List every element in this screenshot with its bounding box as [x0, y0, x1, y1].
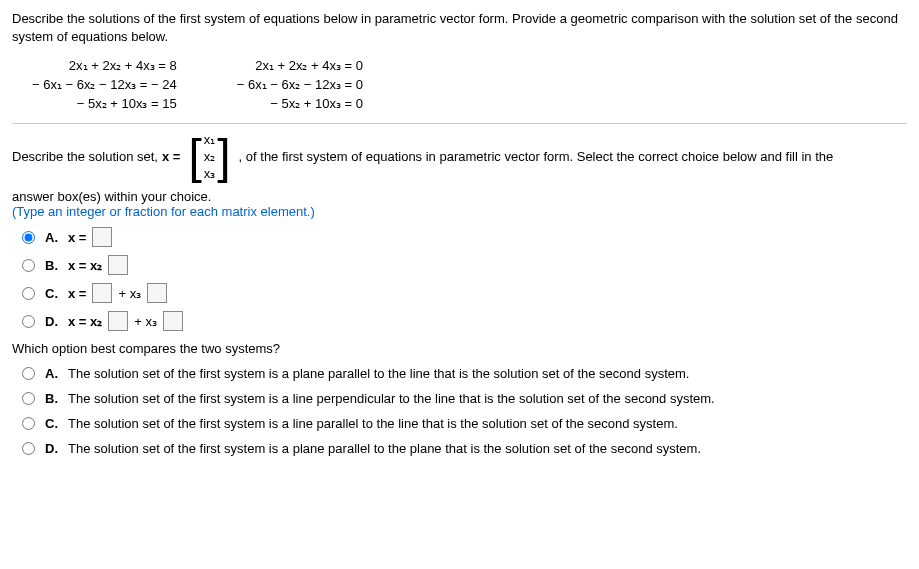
compare-radio-c[interactable] — [22, 417, 35, 430]
eq-2-3: − 5x₂ + 10x₃ = 0 — [270, 96, 363, 111]
input-box-c1[interactable] — [92, 283, 112, 303]
left-bracket-icon: [ — [188, 133, 201, 181]
main-instruction: Describe the solutions of the first syst… — [12, 10, 907, 46]
input-box-b[interactable] — [108, 255, 128, 275]
compare-b-label: B. — [45, 391, 58, 406]
eq-2-1: 2x₁ + 2x₂ + 4x₃ = 0 — [255, 58, 363, 73]
compare-radio-d[interactable] — [22, 442, 35, 455]
compare-question: Which option best compares the two syste… — [12, 341, 907, 356]
choice-d-row: D. x = x₂ + x₃ — [22, 311, 907, 331]
radio-b[interactable] — [22, 259, 35, 272]
compare-a-label: A. — [45, 366, 58, 381]
radio-d[interactable] — [22, 315, 35, 328]
choice-d-prefix: x = x₂ — [68, 314, 102, 329]
compare-d-text: The solution set of the first system is … — [68, 441, 701, 456]
choice-a-label: A. — [45, 230, 58, 245]
compare-c-text: The solution set of the first system is … — [68, 416, 678, 431]
compare-a-row: A. The solution set of the first system … — [22, 366, 907, 381]
choice-c-row: C. x = + x₃ — [22, 283, 907, 303]
radio-a[interactable] — [22, 231, 35, 244]
right-bracket-icon: ] — [217, 133, 230, 181]
eq-2-2: − 6x₁ − 6x₂ − 12x₃ = 0 — [237, 77, 363, 92]
choice-a-row: A. x = — [22, 227, 907, 247]
parametric-choices: A. x = B. x = x₂ C. x = + x₃ D. x = x₂ +… — [22, 227, 907, 331]
compare-c-label: C. — [45, 416, 58, 431]
radio-c[interactable] — [22, 287, 35, 300]
system-1: 2x₁ + 2x₂ + 4x₃ = 8 − 6x₁ − 6x₂ − 12x₃ =… — [32, 56, 177, 113]
answer-box-text: answer box(es) within your choice. — [12, 189, 907, 204]
compare-b-text: The solution set of the first system is … — [68, 391, 715, 406]
x-equals: x = — [162, 149, 180, 164]
compare-d-row: D. The solution set of the first system … — [22, 441, 907, 456]
choice-c-prefix: x = — [68, 286, 86, 301]
choice-a-prefix: x = — [68, 230, 86, 245]
compare-radio-a[interactable] — [22, 367, 35, 380]
compare-radio-b[interactable] — [22, 392, 35, 405]
eq-1-1: 2x₁ + 2x₂ + 4x₃ = 8 — [69, 58, 177, 73]
compare-c-row: C. The solution set of the first system … — [22, 416, 907, 431]
describe-row: Describe the solution set, x = [ x₁ x₂ x… — [12, 132, 907, 181]
input-box-a[interactable] — [92, 227, 112, 247]
system-2: 2x₁ + 2x₂ + 4x₃ = 0 − 6x₁ − 6x₂ − 12x₃ =… — [237, 56, 363, 113]
compare-a-text: The solution set of the first system is … — [68, 366, 689, 381]
input-box-d1[interactable] — [108, 311, 128, 331]
describe-prefix: Describe the solution set, — [12, 149, 158, 164]
choice-d-label: D. — [45, 314, 58, 329]
choice-d-mid: + x₃ — [134, 314, 157, 329]
compare-d-label: D. — [45, 441, 58, 456]
matrix-r3: x₃ — [204, 166, 216, 181]
choice-c-label: C. — [45, 286, 58, 301]
compare-b-row: B. The solution set of the first system … — [22, 391, 907, 406]
describe-suffix: , of the first system of equations in pa… — [239, 149, 834, 164]
eq-1-3: − 5x₂ + 10x₃ = 15 — [77, 96, 177, 111]
type-instruction: (Type an integer or fraction for each ma… — [12, 204, 907, 219]
choice-b-row: B. x = x₂ — [22, 255, 907, 275]
compare-choices: A. The solution set of the first system … — [22, 366, 907, 456]
choice-b-prefix: x = x₂ — [68, 258, 102, 273]
choice-c-mid: + x₃ — [118, 286, 141, 301]
matrix-r1: x₁ — [204, 132, 216, 147]
equations-container: 2x₁ + 2x₂ + 4x₃ = 8 − 6x₁ − 6x₂ − 12x₃ =… — [32, 56, 907, 113]
input-box-c2[interactable] — [147, 283, 167, 303]
input-box-d2[interactable] — [163, 311, 183, 331]
matrix-r2: x₂ — [204, 149, 216, 164]
divider — [12, 123, 907, 124]
choice-b-label: B. — [45, 258, 58, 273]
vector-matrix: [ x₁ x₂ x₃ ] — [188, 132, 230, 181]
eq-1-2: − 6x₁ − 6x₂ − 12x₃ = − 24 — [32, 77, 177, 92]
